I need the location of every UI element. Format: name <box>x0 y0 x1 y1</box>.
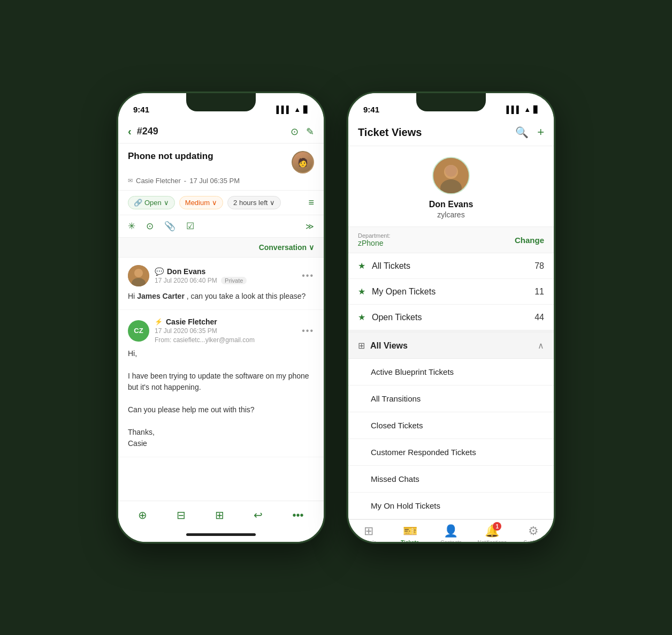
contacts-icon: 👤 <box>444 524 458 538</box>
checkbox-icon[interactable]: ☑ <box>186 221 194 232</box>
ticket-title-row: Phone not updating 🧑 <box>128 151 314 173</box>
nav-feeds[interactable]: ⊞ Feeds <box>353 524 385 542</box>
open-tickets-count: 44 <box>534 313 544 322</box>
view-item-missed-chats[interactable]: Missed Chats <box>348 466 554 493</box>
open-status-badge[interactable]: 🔗 Open ∨ <box>128 196 175 209</box>
msg-time-2: 17 Jul 2020 06:35 PM <box>155 327 296 335</box>
all-tickets-left: ★ All Tickets <box>358 261 410 271</box>
notch-left <box>186 93 256 111</box>
my-open-tickets-item[interactable]: ★ My Open Tickets 11 <box>348 279 554 305</box>
messages-area[interactable]: 💬 Don Evans 17 Jul 2020 06:40 PM Private… <box>118 258 324 501</box>
avatar-face: 🧑 <box>293 152 313 172</box>
all-views-header[interactable]: ⊞ All Views ∧ <box>348 333 554 359</box>
wifi-icon: ▲ <box>294 105 301 114</box>
clock-icon[interactable]: ⊙ <box>146 221 154 232</box>
profile-section: Don Evans zylcares <box>348 146 554 227</box>
right-phone: 9:41 ▌▌▌ ▲ ▊ Ticket Views 🔍 + <box>347 92 555 543</box>
priority-badge[interactable]: Medium ∨ <box>179 196 223 209</box>
from-name: Casie Fletcher <box>136 177 181 185</box>
ticket-list: ★ All Tickets 78 ★ My Open Tickets 11 ★ <box>348 253 554 330</box>
msg-name-1: 💬 Don Evans <box>155 267 296 276</box>
view-item-customer-responded[interactable]: Customer Responded Tickets <box>348 439 554 466</box>
header-right-icons: ⊙ ✎ <box>291 126 314 138</box>
star-icon-my-open: ★ <box>358 286 365 297</box>
menu-icon[interactable]: ≡ <box>308 197 314 208</box>
msg-body-2: Hi, I have been trying to update the sof… <box>128 348 314 449</box>
nav-contacts[interactable]: 👤 Contacts <box>435 524 467 542</box>
status-row: 🔗 Open ∨ Medium ∨ 2 hours left ∨ ≡ <box>118 191 324 215</box>
msg-options-1[interactable]: ••• <box>302 271 314 281</box>
settings-label: Settings <box>524 540 543 542</box>
feeds-label: Feeds <box>361 540 376 542</box>
tv-title: Ticket Views <box>358 126 422 139</box>
header-left-group: ‹ #249 <box>128 125 158 138</box>
tickets-label: Tickets <box>401 540 419 542</box>
home-indicator-left <box>118 527 324 542</box>
time-badge[interactable]: 2 hours left ∨ <box>227 196 281 209</box>
all-tickets-item[interactable]: ★ All Tickets 78 <box>348 253 554 279</box>
nav-notifications[interactable]: 🔔 1 Notifications <box>476 524 508 542</box>
sun-icon[interactable]: ✳ <box>128 221 135 232</box>
expand-icon[interactable]: ≫ <box>306 222 314 231</box>
edit-icon[interactable]: ✎ <box>306 126 314 138</box>
nav-tickets[interactable]: 🎫 Tickets <box>394 524 426 542</box>
contacts-label: Contacts <box>440 540 461 542</box>
open-tickets-left: ★ Open Tickets <box>358 312 422 322</box>
svg-point-6 <box>445 165 457 177</box>
notifications-badge-container: 🔔 1 <box>485 524 499 538</box>
star-icon-all: ★ <box>358 261 365 271</box>
all-views-left: ⊞ All Views <box>358 341 408 351</box>
paperclip-icon[interactable]: 📎 <box>164 221 175 232</box>
back-button[interactable]: ‹ <box>128 125 132 138</box>
msg-meta-1: 💬 Don Evans 17 Jul 2020 06:40 PM Private <box>155 267 296 284</box>
chevron-up-icon: ∧ <box>538 341 544 351</box>
view-item-on-hold[interactable]: My On Hold Tickets <box>348 493 554 519</box>
private-tag: Private <box>221 277 247 284</box>
split-icon[interactable]: ⊟ <box>177 509 186 521</box>
status-chevron: ∨ <box>164 199 169 207</box>
conversation-label[interactable]: Conversation ∨ <box>259 243 314 252</box>
status-time-left: 9:41 <box>133 105 149 114</box>
my-open-tickets-label: My Open Tickets <box>372 287 436 297</box>
from-separator: - <box>184 177 186 185</box>
view-item-transitions[interactable]: All Transitions <box>348 385 554 412</box>
wifi-icon-right: ▲ <box>524 105 531 114</box>
bottom-toolbar: ⊕ ⊟ ⊞ ↩ ••• <box>118 501 324 527</box>
dept-value: zPhone <box>358 239 391 247</box>
move-icon[interactable]: ⊕ <box>138 509 147 521</box>
from-date: 17 Jul 06:35 PM <box>189 177 240 185</box>
view-item-closed[interactable]: Closed Tickets <box>348 412 554 439</box>
all-tickets-count: 78 <box>534 261 544 271</box>
search-button[interactable]: 🔍 <box>515 126 529 139</box>
notifications-label: Notifications <box>478 540 507 542</box>
ticket-number: #249 <box>137 126 158 137</box>
change-dept-button[interactable]: Change <box>515 236 544 245</box>
message-item-2: CZ ⚡ Casie Fletcher 17 Jul 2020 06:35 PM… <box>118 310 324 457</box>
star-icon-open: ★ <box>358 312 365 322</box>
status-text: Open <box>144 199 162 207</box>
reply-icon[interactable]: ↩ <box>254 509 263 521</box>
timer-icon[interactable]: ⊙ <box>291 126 299 138</box>
msg-avatar-don <box>128 265 149 286</box>
my-open-tickets-left: ★ My Open Tickets <box>358 286 436 297</box>
settings-icon: ⚙ <box>528 524 539 538</box>
phones-container: 9:41 ▌▌▌ ▲ ▊ ‹ #249 ⊙ ✎ <box>117 92 555 543</box>
signal-icon: ▌▌▌ <box>276 105 291 114</box>
msg-options-2[interactable]: ••• <box>302 326 314 336</box>
action-icons-row: ✳ ⊙ 📎 ☑ ≫ <box>118 215 324 238</box>
add-note-icon[interactable]: ⊞ <box>215 509 224 521</box>
feeds-icon: ⊞ <box>364 524 373 538</box>
tickets-icon: 🎫 <box>403 524 417 538</box>
msg-meta-2: ⚡ Casie Fletcher 17 Jul 2020 06:35 PM Fr… <box>155 318 296 344</box>
add-button[interactable]: + <box>537 125 544 139</box>
profile-sub: zylcares <box>437 210 464 219</box>
view-item-blueprint[interactable]: Active Blueprint Tickets <box>348 359 554 385</box>
nav-settings[interactable]: ⚙ Settings <box>517 524 549 542</box>
more-options-icon[interactable]: ••• <box>292 509 303 521</box>
status-time-right: 9:41 <box>363 105 379 114</box>
open-tickets-label: Open Tickets <box>372 313 422 322</box>
dept-info: Department: zPhone <box>358 232 391 247</box>
ticket-title: Phone not updating <box>128 151 213 162</box>
ticket-avatar: 🧑 <box>292 151 314 173</box>
open-tickets-item[interactable]: ★ Open Tickets 44 <box>348 305 554 330</box>
